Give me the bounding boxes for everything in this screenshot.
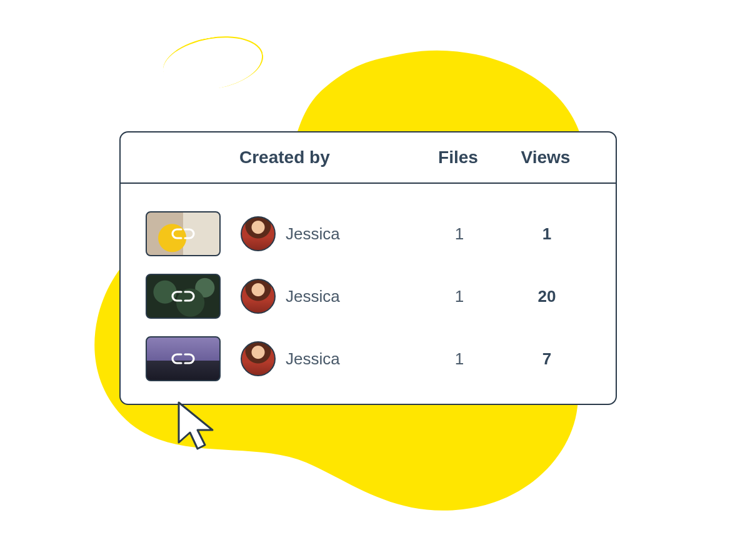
views-count: 20 [503,287,591,306]
views-count: 1 [503,224,591,244]
table-row[interactable]: Jessica 1 1 [146,202,591,265]
avatar[interactable] [241,216,276,251]
file-thumbnail[interactable] [146,211,221,256]
file-thumbnail[interactable] [146,274,221,319]
created-by-cell: Jessica [241,216,416,251]
cursor-icon [175,400,219,456]
file-thumbnail[interactable] [146,336,221,381]
link-icon [168,226,198,242]
creator-name: Jessica [286,349,340,369]
table-row[interactable]: Jessica 1 20 [146,265,591,328]
created-by-cell: Jessica [241,341,416,376]
link-icon [168,351,198,367]
header-created-by: Created by [239,148,414,168]
table-body: Jessica 1 1 Jessica 1 [121,184,616,390]
links-panel: Created by Files Views Jessica 1 [119,131,617,405]
header-files: Files [414,148,502,168]
table-header: Created by Files Views [121,132,616,184]
creator-name: Jessica [286,287,340,306]
stage: Created by Files Views Jessica 1 [0,0,750,560]
avatar[interactable] [241,341,276,376]
views-count: 7 [503,349,591,369]
link-icon [168,288,198,304]
avatar[interactable] [241,279,276,314]
creator-name: Jessica [286,224,340,244]
files-count: 1 [416,287,503,306]
header-views: Views [502,148,589,168]
files-count: 1 [416,349,503,369]
created-by-cell: Jessica [241,279,416,314]
files-count: 1 [416,224,503,244]
table-row[interactable]: Jessica 1 7 [146,328,591,390]
